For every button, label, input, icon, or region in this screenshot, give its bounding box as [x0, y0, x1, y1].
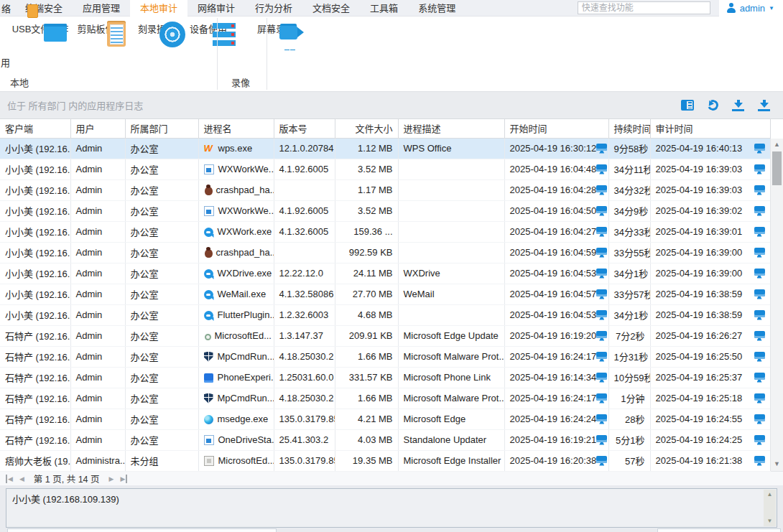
column-header-audit-time[interactable]: 审计时间 [650, 119, 770, 138]
column-header-process-name[interactable]: 进程名 [198, 119, 274, 138]
menu-tab-6[interactable]: 文档安全 [302, 0, 360, 17]
scroll-down-icon[interactable]: ▼ [764, 516, 776, 526]
table-row[interactable]: 痞帅大老板 (19...Administra...未分组MicrosoftEd.… [0, 450, 770, 471]
menu-tab-1[interactable]: 终端安全 [15, 0, 73, 17]
monitor-snapshot-icon[interactable] [596, 456, 607, 466]
monitor-snapshot-icon[interactable] [754, 248, 765, 258]
table-row[interactable]: 小小美 (192.16...Admin办公室FlutterPlugin...1.… [0, 304, 770, 325]
last-page-button[interactable]: ▶ [120, 475, 127, 483]
column-panel-icon[interactable] [681, 100, 694, 111]
table-row[interactable]: 石特产 (192.16...Admin办公室MicrosoftEd...1.3.… [0, 325, 770, 346]
start-time-text: 2025-04-19 16:04:57 [510, 289, 597, 299]
table-row[interactable]: 石特产 (192.16...Admin办公室PhoneExperi...1.25… [0, 367, 770, 388]
monitor-snapshot-icon[interactable] [596, 248, 607, 258]
scroll-down-icon[interactable]: ▼ [771, 458, 783, 470]
monitor-snapshot-icon[interactable] [754, 310, 765, 320]
monitor-snapshot-icon[interactable] [754, 164, 765, 174]
table-row[interactable]: 小小美 (192.16...Admin办公室WXWorkWe...4.1.92.… [0, 200, 770, 221]
table-row[interactable]: 石特产 (192.16...Admin办公室OneDriveSta...25.4… [0, 429, 770, 450]
column-header-client[interactable]: 客户端 [0, 119, 70, 138]
monitor-snapshot-icon[interactable] [596, 435, 607, 445]
cell-process-description: Microsoft Edge [398, 409, 504, 429]
export-icon[interactable] [732, 100, 744, 111]
ribbon-button-4[interactable]: 设备使用 [182, 19, 234, 35]
column-header-duration[interactable]: 持续时间 [608, 119, 650, 138]
column-header-version[interactable]: 版本号 [274, 119, 335, 138]
cell-version [274, 179, 335, 200]
column-header-start-time[interactable]: 开始时间 [504, 119, 608, 138]
monitor-snapshot-icon[interactable] [596, 289, 607, 299]
monitor-snapshot-icon[interactable] [596, 331, 607, 341]
monitor-snapshot-icon[interactable] [596, 393, 607, 403]
monitor-snapshot-icon[interactable] [754, 289, 765, 299]
audit-time-text: 2025-04-19 16:38:59 [656, 309, 754, 320]
table-row[interactable]: 石特产 (192.16...Admin办公室msedge.exe135.0.31… [0, 409, 770, 429]
table-row[interactable]: 小小美 (192.16...Admin办公室crashpad_ha...992.… [0, 242, 770, 263]
monitor-snapshot-icon[interactable] [596, 144, 607, 154]
menu-tab-8[interactable]: 系统管理 [408, 0, 465, 17]
monitor-snapshot-icon[interactable] [754, 414, 765, 424]
cell-audit-time: 2025-04-19 16:39:03 [650, 179, 770, 200]
menu-tab-3[interactable]: 本地审计 [130, 0, 187, 17]
monitor-snapshot-icon[interactable] [596, 164, 607, 174]
column-header-process-description[interactable]: 进程描述 [398, 119, 504, 138]
prev-page-button[interactable]: ◀ [19, 475, 24, 483]
user-menu[interactable]: admin ▼ [719, 0, 783, 17]
cell-process-name: WeMail.exe [198, 284, 274, 304]
monitor-snapshot-icon[interactable] [754, 352, 765, 362]
menubar-partial-tab[interactable]: 络 [0, 1, 15, 15]
audit-time-text: 2025-04-19 16:39:01 [656, 226, 754, 237]
table-scrollbar[interactable]: ▲ ▼ [770, 139, 783, 471]
menu-tab-7[interactable]: 工具箱 [360, 0, 408, 17]
monitor-snapshot-icon[interactable] [596, 414, 607, 424]
monitor-snapshot-icon[interactable] [596, 227, 607, 237]
table-row[interactable]: 小小美 (192.16...Admin办公室wps.exe12.1.0.2078… [0, 138, 770, 159]
monitor-snapshot-icon[interactable] [754, 185, 765, 195]
ribbon-button-1[interactable]: USB文件操作 [10, 19, 70, 35]
search-input[interactable] [578, 1, 710, 14]
detail-scrollbar[interactable]: ▲ ▼ [764, 490, 776, 526]
scrollbar-thumb[interactable] [772, 151, 782, 185]
ribbon-button-2[interactable]: 剪贴板使用 [70, 19, 131, 35]
column-header-user[interactable]: 用户 [70, 119, 125, 138]
monitor-snapshot-icon[interactable] [754, 456, 765, 466]
scroll-up-icon[interactable]: ▲ [771, 139, 783, 150]
monitor-snapshot-icon[interactable] [754, 227, 765, 237]
monitor-snapshot-icon[interactable] [596, 185, 607, 195]
monitor-snapshot-icon[interactable] [596, 269, 607, 279]
table-row[interactable]: 石特产 (192.16...Admin办公室MpCmdRun....4.18.2… [0, 388, 770, 409]
monitor-snapshot-icon[interactable] [596, 373, 607, 383]
menu-tab-5[interactable]: 行为分析 [245, 0, 302, 17]
table-row[interactable]: 小小美 (192.16...Admin办公室WXWorkWe...4.1.92.… [0, 159, 770, 179]
table-row[interactable]: 小小美 (192.16...Admin办公室crashpad_ha...1.17… [0, 179, 770, 200]
monitor-snapshot-icon[interactable] [754, 331, 765, 341]
ribbon-button-3[interactable]: 刻录操作 [131, 19, 182, 35]
next-page-button[interactable]: ▶ [109, 475, 114, 483]
table-row[interactable]: 石特产 (192.16...Admin办公室MpCmdRun....4.18.2… [0, 346, 770, 367]
column-header-department[interactable]: 所属部门 [125, 119, 198, 138]
monitor-snapshot-icon[interactable] [754, 393, 765, 403]
table-row[interactable]: 小小美 (192.16...Admin办公室WXDrive.exe12.22.1… [0, 263, 770, 284]
monitor-snapshot-icon[interactable] [754, 206, 765, 216]
ribbon-button-5[interactable]: 屏幕录像 [246, 19, 306, 35]
menu-tab-2[interactable]: 应用管理 [73, 0, 130, 17]
first-page-button[interactable]: ◀ [6, 475, 13, 483]
refresh-icon[interactable] [706, 98, 720, 112]
download-icon[interactable] [758, 100, 770, 111]
table-row[interactable]: 小小美 (192.16...Admin办公室WeMail.exe4.1.32.5… [0, 284, 770, 304]
monitor-snapshot-icon[interactable] [754, 373, 765, 383]
monitor-snapshot-icon[interactable] [596, 206, 607, 216]
monitor-snapshot-icon[interactable] [596, 310, 607, 320]
monitor-snapshot-icon[interactable] [754, 435, 765, 445]
cell-client: 痞帅大老板 (19... [0, 450, 70, 471]
monitor-snapshot-icon[interactable] [754, 144, 765, 154]
ribbon-partial-item[interactable]: 用 [0, 19, 10, 69]
column-header-file-size[interactable]: 文件大小 [335, 119, 398, 138]
cell-version: 135.0.3179.85 [274, 450, 335, 471]
detail-box[interactable]: 小小美 (192.168.109.139) ▲ ▼ [6, 488, 777, 528]
monitor-snapshot-icon[interactable] [596, 352, 607, 362]
menu-tab-4[interactable]: 网络审计 [187, 0, 245, 17]
scroll-up-icon[interactable]: ▲ [764, 490, 776, 500]
monitor-snapshot-icon[interactable] [754, 269, 765, 279]
table-row[interactable]: 小小美 (192.16...Admin办公室WXWork.exe4.1.32.6… [0, 221, 770, 242]
